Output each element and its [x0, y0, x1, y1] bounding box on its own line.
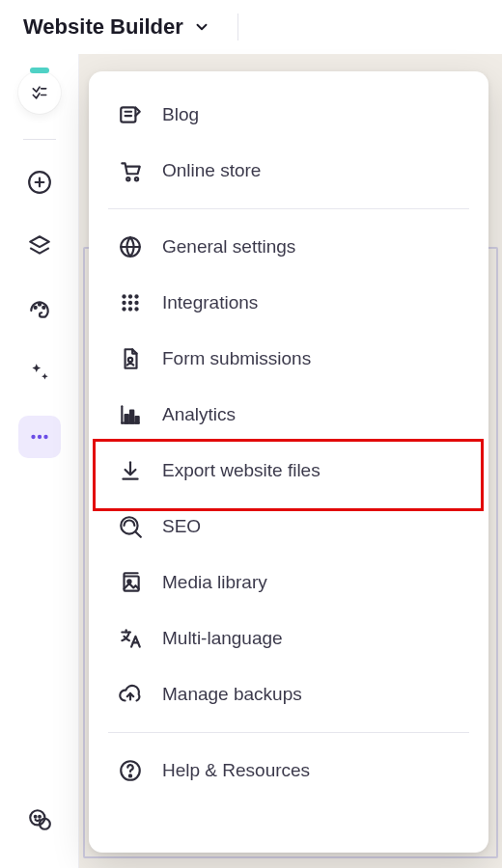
svg-point-25	[122, 301, 126, 305]
svg-rect-35	[130, 411, 133, 423]
svg-point-31	[128, 358, 132, 362]
translate-icon	[116, 624, 145, 653]
chevron-down-icon[interactable]	[193, 18, 210, 36]
menu-item-label: Multi-language	[162, 628, 283, 649]
svg-rect-39	[125, 577, 139, 591]
menu-divider	[108, 732, 469, 733]
svg-point-9	[31, 435, 35, 439]
svg-point-22	[122, 294, 126, 298]
svg-line-38	[135, 531, 140, 536]
top-divider	[237, 14, 238, 41]
layers-icon	[27, 233, 52, 258]
chart-icon	[116, 400, 145, 429]
svg-point-20	[135, 177, 138, 180]
svg-point-27	[134, 301, 138, 305]
svg-point-12	[30, 810, 44, 825]
svg-rect-36	[135, 417, 138, 423]
layers-button[interactable]	[18, 225, 61, 267]
svg-point-26	[128, 301, 132, 305]
menu-item-manage-backups[interactable]: Manage backups	[89, 666, 488, 722]
add-button[interactable]	[18, 161, 61, 203]
feedback-button[interactable]	[18, 799, 61, 841]
svg-point-8	[42, 307, 44, 309]
menu-item-label: Manage backups	[162, 684, 302, 705]
form-icon	[116, 344, 145, 373]
menu-item-analytics[interactable]: Analytics	[89, 387, 488, 443]
svg-rect-34	[126, 415, 128, 423]
svg-point-11	[43, 435, 47, 439]
menu-item-label: SEO	[162, 516, 201, 537]
app-title: Website Builder	[23, 14, 183, 40]
menu-item-media-library[interactable]: Media library	[89, 555, 488, 610]
menu-item-label: Help & Resources	[162, 760, 310, 781]
more-horizontal-icon	[27, 424, 52, 449]
svg-marker-5	[30, 236, 49, 247]
menu-item-label: Media library	[162, 572, 267, 593]
globe-settings-icon	[116, 232, 145, 261]
blog-icon	[116, 100, 145, 129]
menu-item-seo[interactable]: SEO	[89, 499, 488, 555]
grid-dots-icon	[116, 288, 145, 317]
cloud-backup-icon	[116, 680, 145, 709]
menu-item-label: Export website files	[162, 460, 321, 481]
top-bar: Website Builder	[0, 0, 502, 54]
menu-item-multi-language[interactable]: Multi-language	[89, 610, 488, 666]
svg-point-10	[37, 435, 41, 439]
svg-point-6	[34, 307, 36, 309]
menu-item-label: Analytics	[162, 404, 236, 425]
menu-item-online-store[interactable]: Online store	[89, 143, 488, 199]
sidebar-divider	[23, 139, 56, 140]
help-icon	[116, 756, 145, 785]
menu-divider	[108, 208, 469, 209]
sidebar	[0, 54, 79, 868]
menu-item-label: General settings	[162, 236, 295, 258]
more-button[interactable]	[18, 416, 61, 458]
svg-point-15	[39, 816, 41, 818]
more-menu-popover: Blog Online store General settings Integ…	[89, 71, 488, 853]
menu-item-help-resources[interactable]: Help & Resources	[89, 743, 488, 799]
styles-button[interactable]	[18, 288, 61, 331]
menu-item-label: Blog	[162, 104, 199, 125]
menu-item-export-website-files[interactable]: Export website files	[89, 443, 488, 499]
spinner-arc	[30, 68, 49, 73]
menu-item-form-submissions[interactable]: Form submissions	[89, 331, 488, 387]
svg-point-23	[128, 294, 132, 298]
menu-item-label: Integrations	[162, 292, 258, 313]
cart-icon	[116, 156, 145, 185]
svg-point-14	[34, 816, 36, 818]
menu-item-general-settings[interactable]: General settings	[89, 219, 488, 275]
svg-point-29	[128, 307, 132, 311]
svg-point-30	[134, 307, 138, 311]
menu-item-label: Form submissions	[162, 348, 311, 369]
menu-item-integrations[interactable]: Integrations	[89, 275, 488, 331]
smile-icon	[27, 807, 52, 832]
menu-item-blog[interactable]: Blog	[89, 87, 488, 143]
sparkles-icon	[27, 361, 52, 386]
palette-icon	[27, 297, 52, 322]
progress-indicator[interactable]	[18, 71, 61, 114]
svg-point-19	[126, 177, 129, 180]
svg-point-28	[122, 307, 126, 311]
menu-item-label: Online store	[162, 160, 261, 181]
media-icon	[116, 568, 145, 597]
seo-icon	[116, 512, 145, 541]
download-icon	[116, 456, 145, 485]
svg-point-7	[38, 304, 40, 306]
plus-circle-icon	[27, 170, 52, 195]
svg-point-24	[134, 294, 138, 298]
magic-button[interactable]	[18, 352, 61, 394]
svg-point-42	[129, 774, 131, 776]
